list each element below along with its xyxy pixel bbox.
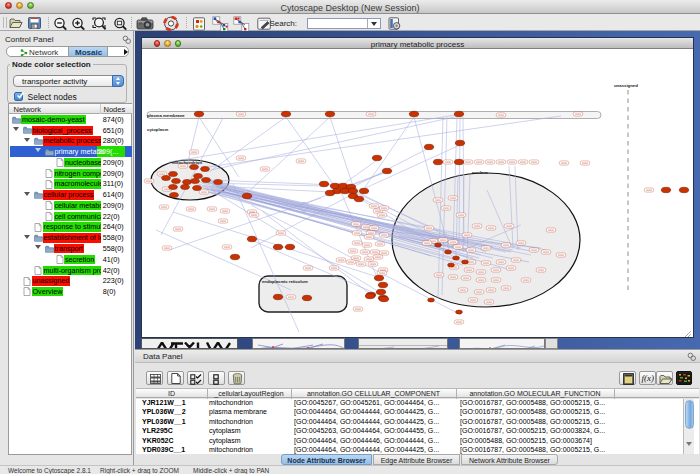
svg-text:plasma membrane: plasma membrane — [147, 113, 185, 118]
svg-text:cytoplasm: cytoplasm — [147, 127, 168, 132]
svg-text:mitochondrion: mitochondrion — [172, 160, 202, 165]
svg-text:endoplasmic reticulum: endoplasmic reticulum — [262, 279, 308, 284]
svg-text:unassigned: unassigned — [614, 83, 638, 88]
svg-text:nucleus: nucleus — [472, 170, 489, 175]
